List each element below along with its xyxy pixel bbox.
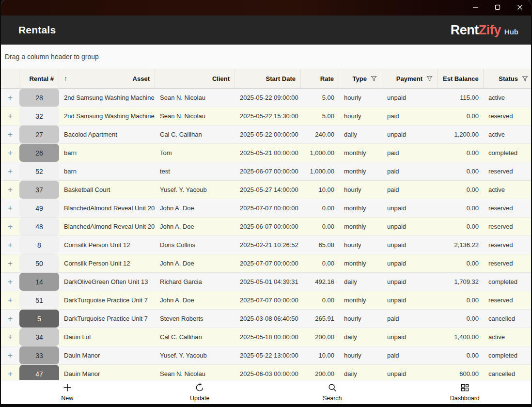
app-logo: Rent Zify Hub — [451, 23, 518, 38]
dashboard-button[interactable]: Dashboard — [399, 380, 532, 404]
close-button[interactable] — [509, 0, 531, 16]
plus-expander-icon: + — [8, 296, 13, 305]
row-expander[interactable]: + — [1, 89, 19, 107]
column-header-payment[interactable]: Payment — [382, 69, 438, 88]
row-expander[interactable]: + — [1, 181, 19, 199]
rate-cell: 492.16 — [301, 273, 339, 291]
column-header-start-date[interactable]: Start Date — [235, 69, 301, 88]
table-row[interactable]: +8Cornsilk Person Unit 12Doris Collins20… — [1, 236, 531, 254]
table-row[interactable]: +27Bacolod ApartmentCal C. Callihan2025-… — [1, 125, 531, 144]
app-window: Rentals Rent Zify Hub Drag a column head… — [0, 0, 532, 407]
rate-cell: 200.00 — [301, 365, 339, 380]
table-row[interactable]: +322nd Samsung Washing MachineSean N. Ni… — [1, 107, 531, 125]
rental-number-chip: 28 — [19, 89, 59, 107]
rate-cell: 5.00 — [301, 89, 339, 107]
status-cell: active — [484, 181, 531, 199]
row-expander[interactable]: + — [1, 162, 19, 180]
table-row[interactable]: +5DarkTurquoise Practice Unit 7Steven Ro… — [1, 310, 531, 328]
rental-number-cell: 34 — [19, 328, 59, 346]
update-button[interactable]: Update — [134, 380, 266, 404]
table-row[interactable]: +49BlanchedAlmond Reveal Unit 20John A. … — [1, 199, 531, 218]
payment-cell: paid — [382, 346, 438, 364]
plus-expander-icon: + — [8, 351, 13, 360]
rental-number-chip: 48 — [19, 218, 59, 235]
plus-expander-icon: + — [8, 240, 13, 250]
row-expander[interactable]: + — [1, 254, 19, 272]
start-date-cell: 2025-05-22 09:00:00 — [235, 89, 301, 107]
plus-expander-icon: + — [8, 222, 13, 232]
row-expander[interactable]: + — [1, 236, 19, 254]
column-header-client[interactable]: Client — [155, 69, 235, 88]
table-row[interactable]: +50Cornsilk Person Unit 12John A. Doe202… — [1, 254, 531, 273]
new-button[interactable]: New — [1, 380, 134, 404]
column-header-type[interactable]: Type — [339, 69, 382, 88]
table-row[interactable]: +48BlanchedAlmond Reveal Unit 20John A. … — [1, 218, 531, 236]
payment-cell: unpaid — [382, 365, 438, 380]
table-row[interactable]: +282nd Samsung Washing MachineSean N. Ni… — [1, 89, 531, 107]
client-cell: John A. Doe — [155, 254, 235, 272]
row-expander[interactable]: + — [1, 144, 19, 162]
table-row[interactable]: +26barnTom2025-05-21 00:00:001,000.00mon… — [1, 144, 531, 162]
table-row[interactable]: +52barntest2025-06-07 00:00:001,000.00mo… — [1, 162, 531, 181]
est-balance-cell: 0.00 — [438, 254, 484, 272]
row-expander[interactable]: + — [1, 291, 19, 309]
search-button[interactable]: Search — [266, 380, 399, 404]
row-expander[interactable]: + — [1, 365, 19, 380]
type-cell: monthly — [339, 144, 382, 162]
row-expander[interactable]: + — [1, 125, 19, 143]
rental-number-cell: 5 — [19, 310, 59, 328]
status-cell: cancelled — [484, 365, 531, 380]
start-date-cell: 2025-06-07 00:00:00 — [235, 162, 301, 180]
row-expander[interactable]: + — [1, 107, 19, 125]
rental-number-cell: 50 — [19, 254, 59, 272]
rental-number-chip: 51 — [19, 291, 59, 309]
filter-icon[interactable] — [426, 76, 433, 82]
rate-cell: 10.00 — [301, 346, 339, 364]
table-row[interactable]: +37Basketball CourtYusef. Y. Yacoub2025-… — [1, 181, 531, 199]
client-cell: Richard Garcia — [155, 273, 235, 291]
type-cell: monthly — [339, 254, 382, 272]
column-header-asset[interactable]: ↑ Asset — [59, 69, 155, 88]
minimize-icon — [472, 4, 478, 12]
status-cell: reserved — [484, 254, 531, 272]
asset-cell: DarkOliveGreen Often Unit 13 — [59, 273, 155, 291]
column-header-rate[interactable]: Rate — [301, 69, 339, 88]
est-balance-cell: 0.00 — [438, 107, 484, 125]
column-header-est-balance[interactable]: Est Balance — [438, 69, 484, 88]
client-cell: Tom — [155, 144, 235, 162]
row-expander[interactable]: + — [1, 310, 19, 328]
status-cell: reserved — [484, 236, 531, 254]
table-row[interactable]: +14DarkOliveGreen Often Unit 13Richard G… — [1, 273, 531, 291]
minimize-button[interactable] — [464, 0, 486, 16]
row-expander[interactable]: + — [1, 218, 19, 235]
plus-expander-icon: + — [8, 332, 13, 342]
type-cell: daily — [339, 365, 382, 380]
est-balance-cell: 115.00 — [438, 89, 484, 107]
column-header-rental-number[interactable]: Rental # — [19, 69, 59, 88]
table-row[interactable]: +34Dauin LotCal C. Callihan2025-05-18 00… — [1, 328, 531, 346]
column-header-status[interactable]: Status — [484, 69, 531, 88]
payment-cell: unpaid — [382, 218, 438, 235]
group-by-panel[interactable]: Drag a column header to group — [1, 45, 531, 69]
payment-cell: unpaid — [382, 199, 438, 217]
grid-body: +282nd Samsung Washing MachineSean N. Ni… — [1, 89, 531, 380]
plus-expander-icon: + — [8, 259, 13, 268]
row-expander[interactable]: + — [1, 199, 19, 217]
plus-expander-icon: + — [8, 277, 13, 287]
table-row[interactable]: +33Dauin ManorYusef. Y. Yacoub2025-05-22… — [1, 346, 531, 365]
type-cell: daily — [339, 273, 382, 291]
type-cell: daily — [339, 328, 382, 346]
est-balance-cell: 600.00 — [438, 365, 484, 380]
table-row[interactable]: +47Dauin ManorSean N. Nicolau2025-06-03 … — [1, 365, 531, 380]
maximize-button[interactable] — [486, 0, 509, 16]
table-row[interactable]: +51DarkTurquoise Practice Unit 7John A. … — [1, 291, 531, 310]
client-cell: John A. Doe — [155, 218, 235, 235]
row-expander[interactable]: + — [1, 328, 19, 346]
asset-cell: Dauin Manor — [59, 346, 155, 364]
filter-icon[interactable] — [522, 76, 528, 82]
filter-icon[interactable] — [371, 76, 377, 82]
plus-expander-icon: + — [8, 130, 13, 140]
row-expander[interactable]: + — [1, 346, 19, 364]
type-cell: monthly — [339, 291, 382, 309]
row-expander[interactable]: + — [1, 273, 19, 291]
